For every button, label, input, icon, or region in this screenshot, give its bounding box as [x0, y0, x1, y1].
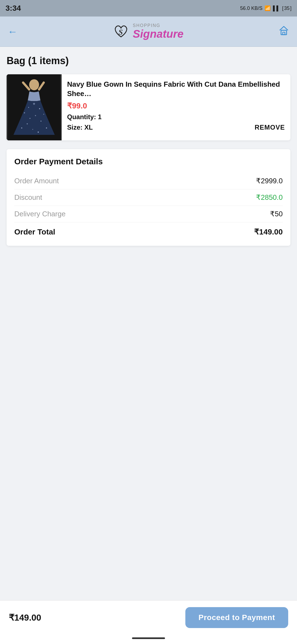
svg-point-11 [27, 123, 28, 124]
product-size: Size: XL [67, 124, 93, 131]
order-total-label: Order Total [14, 228, 55, 236]
status-bar: 3:34 56.0 KB/S 📶 ▌▌ [35] [0, 0, 297, 17]
battery-icon: [35] [282, 6, 292, 11]
svg-point-15 [32, 129, 33, 130]
proceed-to-payment-button[interactable]: Proceed to Payment [185, 607, 288, 628]
bottom-total-price: ₹149.00 [9, 612, 41, 623]
main-content: Bag (1 items) [0, 47, 297, 600]
product-image [7, 74, 62, 140]
discount-value: ₹2850.0 [256, 193, 283, 202]
svg-point-13 [21, 127, 22, 129]
payment-row-order-amount: Order Amount ₹2999.0 [14, 173, 283, 189]
payment-details-card: Order Payment Details Order Amount ₹2999… [7, 149, 290, 246]
svg-point-18 [39, 108, 40, 109]
logo-signature-text: Signature [133, 28, 183, 40]
payment-row-discount: Discount ₹2850.0 [14, 189, 283, 206]
status-icons: 56.0 KB/S 📶 ▌▌ [35] [240, 5, 292, 11]
product-card: Navy Blue Gown In Sequins Fabric With Cu… [7, 74, 290, 140]
remove-button[interactable]: REMOVE [255, 124, 285, 131]
svg-point-17 [28, 107, 29, 108]
svg-point-12 [43, 114, 44, 115]
svg-point-7 [24, 112, 25, 113]
payment-row-total: Order Total ₹149.00 [14, 222, 283, 240]
home-indicator-bar [132, 637, 165, 639]
wifi-icon: 📶 [265, 5, 271, 11]
svg-point-4 [29, 79, 39, 90]
back-button[interactable]: ← [8, 26, 18, 37]
status-time: 3:34 [6, 4, 21, 13]
bottom-indicator [0, 635, 297, 644]
order-amount-value: ₹2999.0 [256, 177, 283, 185]
home-button[interactable] [278, 25, 289, 38]
delivery-label: Delivery Charge [14, 210, 65, 218]
product-quantity: Quantity: 1 [67, 113, 285, 121]
product-price: ₹99.0 [67, 101, 285, 110]
payment-row-delivery: Delivery Charge ₹50 [14, 206, 283, 222]
svg-point-10 [41, 121, 42, 122]
svg-point-8 [30, 118, 31, 119]
speed-indicator: 56.0 KB/S [240, 6, 262, 11]
header: ← S SHOPPING Signature [0, 17, 297, 47]
bottom-bar: ₹149.00 Proceed to Payment [0, 600, 297, 635]
bag-title: Bag (1 items) [7, 55, 290, 67]
svg-point-16 [38, 132, 39, 133]
logo: S SHOPPING Signature [112, 23, 183, 40]
order-amount-label: Order Amount [14, 177, 59, 185]
product-name: Navy Blue Gown In Sequins Fabric With Cu… [67, 80, 285, 99]
product-details: Navy Blue Gown In Sequins Fabric With Cu… [62, 74, 290, 140]
svg-point-9 [35, 115, 36, 116]
signal-icon: ▌▌ [273, 6, 280, 11]
delivery-value: ₹50 [270, 210, 283, 218]
product-size-row: Size: XL REMOVE [67, 124, 285, 131]
logo-icon: S [112, 23, 130, 40]
payment-details-title: Order Payment Details [14, 157, 283, 166]
discount-label: Discount [14, 193, 42, 202]
svg-text:S: S [119, 28, 123, 36]
order-total-value: ₹149.00 [254, 227, 283, 236]
svg-point-14 [46, 127, 47, 129]
logo-shopping-text: SHOPPING [133, 23, 160, 28]
logo-text: SHOPPING Signature [133, 23, 183, 40]
